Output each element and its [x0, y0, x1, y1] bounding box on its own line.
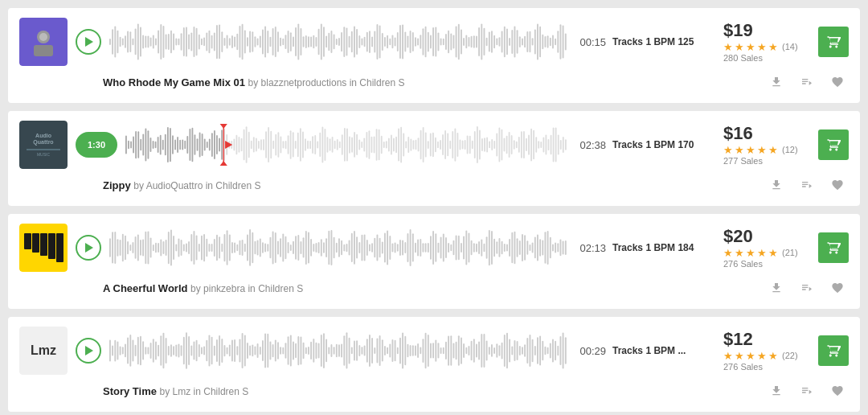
- svg-rect-341: [511, 135, 513, 154]
- add-to-playlist-icon[interactable]: [796, 174, 818, 196]
- add-to-cart-button[interactable]: [818, 129, 849, 160]
- svg-rect-638: [334, 347, 335, 355]
- svg-rect-192: [145, 129, 146, 162]
- favorite-icon[interactable]: [826, 277, 849, 299]
- favorite-icon[interactable]: [826, 71, 849, 93]
- svg-rect-562: [140, 336, 141, 366]
- svg-rect-459: [338, 238, 340, 257]
- svg-rect-113: [387, 35, 388, 48]
- svg-rect-634: [323, 333, 325, 368]
- svg-rect-142: [461, 30, 462, 55]
- favorite-icon[interactable]: [826, 174, 849, 196]
- svg-rect-481: [395, 243, 396, 253]
- svg-rect-110: [379, 26, 381, 59]
- svg-rect-167: [524, 36, 526, 48]
- svg-rect-347: [526, 138, 527, 151]
- svg-rect-135: [443, 39, 444, 46]
- svg-rect-644: [349, 338, 350, 364]
- play-button[interactable]: [76, 29, 101, 55]
- svg-rect-201: [167, 127, 169, 162]
- svg-rect-170: [532, 38, 534, 45]
- add-to-cart-button[interactable]: [818, 335, 849, 366]
- svg-rect-149: [478, 27, 480, 56]
- svg-rect-698: [486, 340, 488, 360]
- svg-rect-53: [234, 36, 235, 47]
- svg-rect-526: [509, 239, 510, 257]
- svg-rect-238: [258, 141, 260, 149]
- svg-rect-677: [432, 343, 434, 358]
- svg-rect-361: [560, 140, 562, 150]
- svg-rect-240: [263, 139, 264, 150]
- waveform[interactable]: [109, 227, 567, 269]
- svg-rect-706: [506, 333, 508, 369]
- svg-rect-276: [351, 137, 353, 152]
- svg-rect-670: [415, 346, 416, 356]
- download-icon[interactable]: [765, 71, 788, 93]
- svg-rect-407: [206, 239, 207, 257]
- svg-rect-586: [201, 347, 203, 354]
- svg-rect-506: [458, 236, 460, 260]
- svg-rect-504: [453, 240, 455, 256]
- waveform[interactable]: [109, 330, 567, 372]
- bpm-value: 125: [678, 36, 694, 47]
- svg-rect-639: [336, 344, 338, 358]
- favorite-icon[interactable]: [826, 380, 849, 402]
- add-to-playlist-icon[interactable]: [796, 71, 818, 93]
- svg-rect-628: [308, 347, 309, 355]
- svg-rect-314: [444, 130, 446, 159]
- svg-rect-237: [256, 138, 257, 152]
- tracks-count: 1: [645, 139, 651, 150]
- svg-rect-166: [522, 39, 523, 46]
- download-icon[interactable]: [765, 380, 788, 402]
- waveform[interactable]: [125, 124, 567, 166]
- svg-rect-128: [425, 27, 427, 58]
- svg-rect-722: [547, 347, 549, 354]
- svg-rect-112: [384, 37, 386, 47]
- svg-rect-241: [265, 131, 267, 158]
- svg-rect-397: [181, 240, 182, 256]
- svg-rect-213: [197, 138, 199, 151]
- svg-rect-358: [553, 127, 555, 162]
- svg-rect-316: [449, 141, 451, 149]
- svg-rect-540: [545, 232, 547, 264]
- download-icon[interactable]: [765, 277, 788, 299]
- svg-rect-310: [435, 138, 436, 153]
- add-to-playlist-icon[interactable]: [796, 380, 818, 402]
- svg-rect-19: [148, 36, 149, 48]
- svg-rect-231: [241, 138, 243, 152]
- add-to-cart-button[interactable]: [818, 27, 849, 57]
- svg-rect-444: [301, 241, 302, 254]
- waveform[interactable]: [109, 21, 567, 63]
- add-to-cart-button[interactable]: [818, 232, 849, 263]
- track-time: 00:15: [575, 36, 606, 48]
- svg-rect-131: [432, 27, 434, 56]
- svg-rect-210: [189, 129, 190, 161]
- svg-rect-536: [534, 237, 536, 259]
- svg-rect-680: [440, 347, 442, 354]
- svg-rect-176: [547, 35, 549, 48]
- svg-rect-697: [484, 334, 485, 368]
- svg-rect-334: [493, 141, 495, 149]
- svg-rect-553: [117, 341, 119, 360]
- play-button[interactable]: 1:30: [76, 132, 117, 158]
- svg-rect-717: [534, 346, 536, 355]
- svg-rect-569: [158, 345, 159, 357]
- svg-rect-11: [127, 31, 129, 53]
- svg-rect-228: [233, 138, 235, 150]
- download-icon[interactable]: [765, 174, 788, 196]
- svg-rect-295: [398, 128, 399, 161]
- svg-rect-498: [438, 243, 440, 253]
- svg-rect-122: [410, 31, 411, 53]
- svg-rect-199: [162, 140, 164, 150]
- play-button[interactable]: [76, 235, 101, 261]
- svg-rect-264: [321, 126, 323, 162]
- svg-rect-600: [236, 346, 238, 355]
- svg-rect-97: [346, 27, 348, 55]
- svg-rect-488: [412, 233, 414, 261]
- svg-rect-121: [407, 36, 409, 48]
- svg-rect-318: [454, 128, 456, 161]
- svg-rect-678: [435, 339, 436, 361]
- svg-rect-392: [168, 232, 170, 264]
- play-button[interactable]: [76, 338, 101, 364]
- add-to-playlist-icon[interactable]: [796, 277, 818, 299]
